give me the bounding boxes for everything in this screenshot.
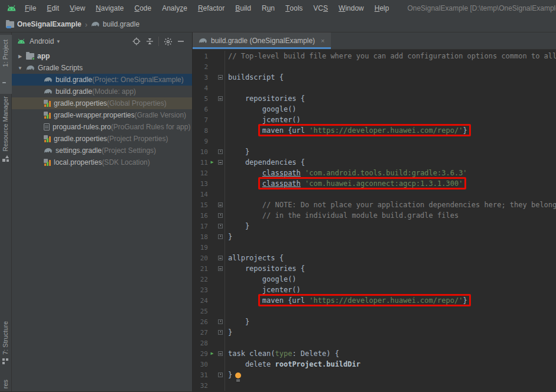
fold-collapse-icon[interactable] [218, 256, 223, 260]
line-number[interactable]: 15 [193, 201, 208, 209]
fold-end-icon[interactable] [218, 224, 223, 228]
tool-button-partial[interactable]: res [2, 380, 9, 388]
tool-button-resource-manager[interactable]: Resource Manager [2, 96, 9, 152]
fold-end-icon[interactable] [218, 213, 223, 218]
fold-end-icon[interactable] [218, 234, 223, 239]
locate-icon[interactable] [130, 35, 143, 48]
fold-end-icon[interactable] [218, 373, 223, 377]
line-number[interactable]: 22 [193, 276, 208, 283]
menu-tools[interactable]: Tools [280, 0, 308, 17]
line-number[interactable]: 30 [193, 361, 208, 368]
structure-icon[interactable] [2, 358, 9, 365]
menu-vcs[interactable]: VCS [308, 0, 333, 17]
menu-window[interactable]: Window [333, 0, 369, 17]
breadcrumb-file[interactable]: build.gradle [103, 20, 139, 28]
fold-collapse-icon[interactable] [218, 351, 223, 356]
tree-item-settings-gradle[interactable]: settings.gradle (Project Settings) [12, 145, 192, 156]
line-number[interactable]: 13 [193, 180, 208, 188]
line-number[interactable]: 8 [193, 127, 208, 135]
line-number[interactable]: 21 [193, 265, 208, 273]
menu-code[interactable]: Code [129, 0, 157, 17]
line-number[interactable]: 10 [193, 148, 208, 156]
line-number[interactable]: 3 [193, 74, 208, 81]
line-number[interactable]: 26 [193, 318, 208, 326]
line-number[interactable]: 6 [193, 106, 208, 113]
line-number[interactable]: 32 [193, 382, 208, 390]
menu-run[interactable]: Run [256, 0, 280, 17]
menu-refactor[interactable]: Refactor [193, 0, 230, 17]
line-number[interactable]: 16 [193, 212, 208, 220]
code-text: google() [225, 275, 297, 283]
menu-view[interactable]: View [64, 0, 90, 17]
collapse-all-icon[interactable] [143, 35, 156, 48]
settings-icon[interactable] [161, 35, 174, 48]
tab-build-gradle[interactable]: build.gradle (OneSignalExample) × [193, 32, 331, 49]
line-number[interactable]: 4 [193, 84, 208, 92]
line-number[interactable]: 19 [193, 244, 208, 251]
line-number[interactable]: 20 [193, 254, 208, 262]
fold-end-icon[interactable] [218, 149, 223, 154]
line-number[interactable]: 31 [193, 371, 208, 379]
tree-item-app[interactable]: ▶app [12, 50, 192, 62]
menu-file[interactable]: File [19, 0, 41, 17]
fold-collapse-icon[interactable] [218, 160, 223, 165]
run-icon[interactable]: ▶ [211, 351, 214, 356]
tree-item-build-gradle[interactable]: build.gradle (Project: OneSignalExample) [12, 74, 192, 86]
line-number[interactable]: 5 [193, 95, 208, 103]
chevron-collapsed-icon[interactable]: ▶ [17, 54, 24, 59]
line-number[interactable]: 9 [193, 138, 208, 145]
code-token: } [463, 126, 467, 135]
menu-analyze[interactable]: Analyze [157, 0, 193, 17]
line-number[interactable]: 7 [193, 116, 208, 124]
tree-item-suffix: (ProGuard Rules for app) [111, 123, 191, 131]
tool-button-project[interactable]: 1: Project [2, 40, 9, 67]
hide-icon[interactable] [174, 35, 187, 48]
line-number[interactable]: 11 [193, 159, 208, 166]
android-studio-window: { "window": { "title": "OneSignalExample… [0, 0, 556, 392]
tree-item-gradle-properties[interactable]: gradle.properties (Project Properties) [12, 133, 192, 145]
resource-manager-icon[interactable] [2, 155, 9, 162]
fold-collapse-icon[interactable] [218, 96, 223, 101]
fold-collapse-icon[interactable] [218, 266, 223, 271]
tree-item-proguard-rules-pro[interactable]: proguard-rules.pro (ProGuard Rules for a… [12, 121, 192, 133]
menu-edit[interactable]: Edit [41, 0, 64, 17]
active-dot [32, 57, 35, 60]
breadcrumb-project[interactable]: OneSignalExample [17, 20, 82, 28]
line-number[interactable]: 2 [193, 63, 208, 71]
line-number[interactable]: 12 [193, 169, 208, 177]
menu-build[interactable]: Build [230, 0, 256, 17]
run-icon[interactable]: ▶ [211, 160, 214, 165]
line-number[interactable]: 29 [193, 350, 208, 358]
menu-help[interactable]: Help [369, 0, 395, 17]
code-line-3: 3buildscript { [193, 72, 556, 83]
intention-bulb-icon[interactable] [235, 373, 241, 378]
line-number[interactable]: 17 [193, 223, 208, 230]
line-number[interactable]: 24 [193, 297, 208, 305]
tool-button-structure[interactable]: 7: Structure [2, 321, 9, 355]
chevron-expanded-icon[interactable]: ▼ [17, 66, 24, 71]
tree-item-gradle-properties[interactable]: gradle.properties (Global Properties) [12, 97, 192, 109]
line-number[interactable]: 14 [193, 191, 208, 198]
tree-item-local-properties[interactable]: local.properties (SDK Location) [12, 156, 192, 168]
tree-item-build-gradle[interactable]: build.gradle (Module: app) [12, 86, 192, 97]
line-number[interactable]: 1 [193, 53, 208, 60]
tree-item-gradle-wrapper-properties[interactable]: gradle-wrapper.properties (Gradle Versio… [12, 109, 192, 121]
code-editor[interactable]: 1// Top-level build file where you can a… [193, 50, 556, 391]
line-number[interactable]: 25 [193, 308, 208, 315]
line-number[interactable]: 27 [193, 329, 208, 337]
chevron-down-icon[interactable]: ▾ [57, 38, 60, 44]
view-selector[interactable]: Android [30, 37, 54, 45]
line-number[interactable]: 28 [193, 339, 208, 347]
tree-item-name: build.gradle [56, 87, 92, 96]
tree-item-suffix: (Project Settings) [102, 146, 156, 155]
tree-item-gradle-scripts[interactable]: ▼Gradle Scripts [12, 62, 192, 74]
fold-collapse-icon[interactable] [218, 75, 223, 80]
close-icon[interactable]: × [321, 37, 324, 44]
fold-collapse-icon[interactable] [218, 202, 223, 207]
gutter-fold-column [216, 115, 225, 125]
menu-navigate[interactable]: Navigate [90, 0, 129, 17]
line-number[interactable]: 23 [193, 286, 208, 294]
line-number[interactable]: 18 [193, 233, 208, 241]
fold-end-icon[interactable] [218, 319, 223, 324]
fold-end-icon[interactable] [218, 330, 223, 335]
